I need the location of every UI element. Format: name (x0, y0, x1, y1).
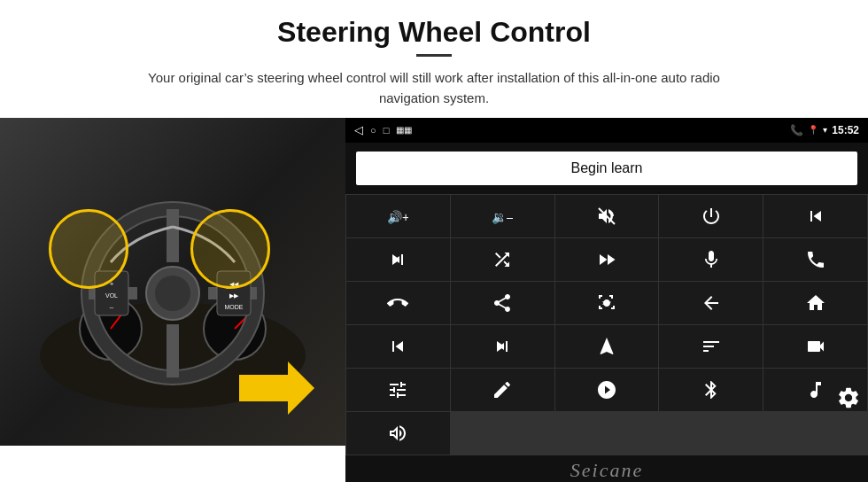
car-image-panel: + VOL – ◀◀ ▶▶ MODE (0, 118, 345, 446)
begin-learn-button[interactable]: Begin learn (356, 152, 857, 185)
wifi-icon: ▾ (823, 125, 827, 135)
begin-learn-row: Begin learn (345, 143, 868, 194)
phone-status-icon: 📞 (790, 124, 803, 136)
svg-text:MODE: MODE (225, 304, 244, 310)
yellow-arrow (239, 357, 319, 419)
skip-forward-button[interactable] (451, 325, 554, 368)
brand-row: Seicane (345, 455, 868, 483)
skip-back-button[interactable] (346, 325, 450, 368)
hang-up-button[interactable] (346, 282, 450, 324)
pen-button[interactable] (451, 369, 554, 411)
square-window-icon: □ (384, 125, 390, 136)
next-track-button[interactable] (346, 238, 450, 281)
prev-track-button[interactable] (763, 195, 867, 237)
vol-down-button[interactable]: 🔉– (451, 195, 554, 237)
controls-grid: 🔊+ 🔉– (345, 194, 868, 455)
page-title: Steering Wheel Control (53, 16, 815, 49)
location-icon: 📍 (808, 125, 818, 135)
power-button[interactable] (659, 195, 763, 237)
svg-text:VOL: VOL (105, 292, 118, 299)
statusbar-right: 📞 📍 ▾ 15:52 (790, 124, 859, 136)
gear-icon (836, 385, 861, 410)
highlight-right (190, 209, 270, 289)
target-button[interactable] (555, 369, 659, 411)
status-bar: ◁ ○ □ ▦▦ 📞 📍 ▾ 15:52 (345, 118, 868, 143)
svg-text:🔊+: 🔊+ (387, 210, 408, 225)
back-nav-button[interactable] (659, 282, 763, 324)
highlight-left (49, 209, 128, 289)
back-arrow-icon: ◁ (354, 123, 363, 136)
microphone-button[interactable] (659, 238, 763, 281)
gear-settings-button[interactable] (836, 385, 861, 414)
shuffle-button[interactable] (451, 238, 554, 281)
eq-sliders-button[interactable] (346, 369, 450, 411)
page-container: Steering Wheel Control Your original car… (0, 0, 868, 482)
navigation-button[interactable] (555, 325, 659, 368)
360-view-button[interactable]: 360° (555, 282, 659, 324)
statusbar-left: ◁ ○ □ ▦▦ (354, 123, 412, 136)
home-circle-icon: ○ (370, 125, 376, 136)
svg-text:🔉–: 🔉– (492, 210, 513, 225)
speaker-button[interactable] (451, 282, 554, 324)
mute-button[interactable] (555, 195, 659, 237)
svg-point-12 (155, 276, 190, 311)
signal-icon: ▦▦ (396, 125, 412, 135)
phone-call-button[interactable] (763, 238, 867, 281)
car-background: + VOL – ◀◀ ▶▶ MODE (0, 118, 345, 446)
svg-text:–: – (110, 303, 114, 311)
header-section: Steering Wheel Control Your original car… (0, 0, 868, 118)
title-divider (416, 54, 452, 57)
android-panel-wrapper: ◁ ○ □ ▦▦ 📞 📍 ▾ 15:52 Begin learn (345, 118, 868, 446)
brand-name: Seicane (570, 459, 643, 481)
clock-display: 15:52 (832, 124, 859, 136)
android-panel: ◁ ○ □ ▦▦ 📞 📍 ▾ 15:52 Begin learn (345, 118, 868, 483)
vol-up-button[interactable]: 🔊+ (346, 195, 450, 237)
tune-button[interactable] (659, 325, 763, 368)
svg-text:360°: 360° (602, 300, 611, 306)
svg-marker-21 (239, 362, 314, 415)
camera-button[interactable] (763, 325, 867, 368)
fast-forward-button[interactable] (555, 238, 659, 281)
home-button[interactable] (763, 282, 867, 324)
bluetooth-button[interactable] (659, 369, 763, 411)
waveform-button[interactable] (346, 412, 450, 455)
svg-text:▶▶: ▶▶ (229, 292, 239, 299)
subtitle: Your original car’s steering wheel contr… (124, 67, 744, 109)
content-section: + VOL – ◀◀ ▶▶ MODE (0, 118, 868, 446)
